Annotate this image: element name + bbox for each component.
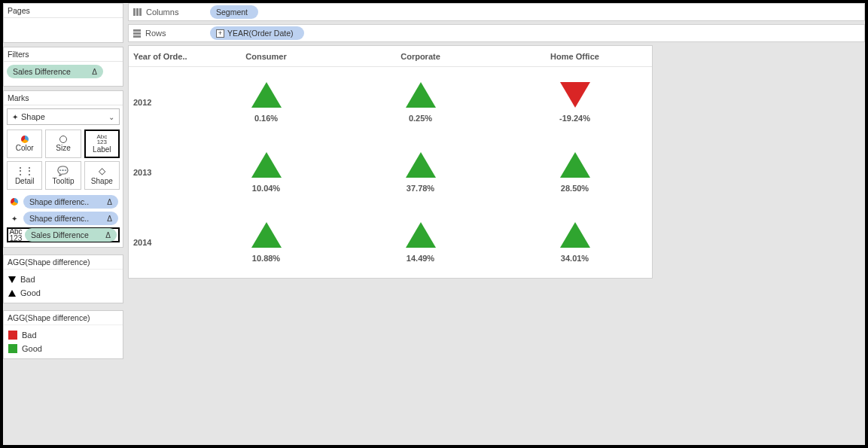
- value-label: 10.88%: [252, 254, 280, 263]
- app-frame: Pages Filters Sales Difference Δ Marks ✦…: [0, 0, 868, 448]
- delta-icon: Δ: [105, 231, 111, 239]
- green-swatch-icon: [8, 344, 17, 353]
- rows-shelf-label: Rows: [145, 29, 166, 38]
- legend-good-label: Good: [20, 288, 41, 297]
- filters-dropzone[interactable]: Sales Difference Δ: [4, 62, 123, 86]
- marks-label-button[interactable]: Abc123 Label: [84, 130, 120, 158]
- delta-icon: Δ: [107, 198, 112, 206]
- shape-icon: ✦: [8, 215, 20, 223]
- marks-size-label: Size: [56, 144, 70, 152]
- ma-label: Sales Difference: [31, 230, 89, 239]
- color-icon: [8, 198, 20, 206]
- cell-2014-corporate[interactable]: 14.49%: [343, 222, 498, 263]
- triangle-up-icon: [560, 222, 590, 248]
- label-icon: Abc123: [10, 228, 22, 242]
- cell-2013-corporate[interactable]: 37.78%: [343, 152, 498, 193]
- row-label-2014: 2014: [129, 238, 189, 247]
- mark-type-dropdown[interactable]: ✦ Shape ⌄: [7, 108, 120, 125]
- legend-bad-label: Bad: [20, 275, 35, 284]
- value-label: 28.50%: [561, 184, 589, 193]
- marks-detail-button[interactable]: ⋮⋮ Detail: [7, 161, 42, 190]
- pages-panel: Pages: [3, 3, 123, 43]
- cell-2014-consumer[interactable]: 10.88%: [189, 222, 343, 263]
- viz-row-2013: 2013 10.04% 37.78% 28.50%: [129, 137, 652, 207]
- mark-assignments: Shape differenc.. Δ ✦ Shape differenc.. …: [7, 194, 120, 242]
- detail-icon: ⋮⋮: [16, 166, 34, 176]
- col-header-corporate: Corporate: [343, 52, 498, 61]
- rows-icon: [133, 29, 141, 38]
- filters-title: Filters: [4, 47, 123, 62]
- pages-dropzone[interactable]: [4, 18, 123, 42]
- shape-legend-good[interactable]: Good: [8, 286, 118, 300]
- value-label: 10.04%: [252, 184, 280, 193]
- rows-shelf[interactable]: Rows + YEAR(Order Date): [128, 24, 865, 42]
- shape-legend-bad[interactable]: Bad: [8, 273, 118, 286]
- marks-tooltip-button[interactable]: 💬 Tooltip: [45, 161, 81, 190]
- value-label: -19.24%: [559, 114, 590, 123]
- viz-row-2012: 2012 0.16% 0.25% -19.24%: [129, 67, 652, 137]
- columns-icon: [133, 8, 142, 16]
- mark-assignment-shape[interactable]: ✦ Shape differenc.. Δ: [7, 211, 120, 226]
- left-sidebar: Pages Filters Sales Difference Δ Marks ✦…: [3, 3, 123, 445]
- marks-tooltip-label: Tooltip: [53, 177, 75, 185]
- color-legend-bad[interactable]: Bad: [8, 328, 118, 342]
- rows-pill-label: YEAR(Order Date): [227, 29, 294, 38]
- row-label-2012: 2012: [129, 98, 189, 107]
- mark-assignment-label[interactable]: Abc123 Sales Difference Δ: [7, 227, 120, 242]
- viz-row-2014: 2014 10.88% 14.49% 34.01%: [129, 208, 652, 278]
- marks-grid: Color Size Abc123 Label ⋮⋮ Detail: [7, 130, 120, 190]
- color-legend-title: AGG(Shape difference): [4, 311, 123, 325]
- cell-2012-corporate[interactable]: 0.25%: [343, 82, 498, 123]
- viz-body: 2012 0.16% 0.25% -19.24% 2013: [129, 67, 652, 278]
- marks-shape-button[interactable]: ◇ Shape: [84, 161, 120, 190]
- pages-title: Pages: [4, 4, 123, 18]
- red-swatch-icon: [8, 331, 17, 340]
- value-label: 0.16%: [254, 114, 278, 123]
- ma-label: Shape differenc..: [29, 197, 89, 206]
- columns-pill-label: Segment: [216, 8, 248, 17]
- marks-title: Marks: [4, 91, 123, 105]
- label-icon: Abc123: [96, 134, 107, 145]
- main-area: Columns Segment Rows + YEAR(Order Date) …: [123, 3, 865, 445]
- expand-icon[interactable]: +: [216, 29, 224, 38]
- columns-pill-segment[interactable]: Segment: [210, 5, 258, 19]
- value-label: 34.01%: [561, 254, 589, 263]
- cell-2013-consumer[interactable]: 10.04%: [189, 152, 343, 193]
- cell-2014-home[interactable]: 34.01%: [498, 222, 652, 263]
- marks-label-label: Label: [93, 145, 111, 154]
- ma-label: Shape differenc..: [29, 214, 89, 223]
- triangle-up-icon: [251, 222, 282, 248]
- legend-bad-label: Bad: [22, 331, 37, 340]
- columns-shelf[interactable]: Columns Segment: [128, 3, 865, 21]
- triangle-up-icon: [8, 290, 16, 297]
- visualization: Year of Orde.. Consumer Corporate Home O…: [128, 45, 653, 279]
- marks-size-button[interactable]: Size: [45, 130, 81, 158]
- marks-panel: Marks ✦ Shape ⌄ Color Size: [3, 90, 123, 248]
- color-legend-panel: AGG(Shape difference) Bad Good: [3, 310, 123, 359]
- shape-legend-title: AGG(Shape difference): [4, 255, 123, 270]
- triangle-up-icon: [406, 152, 436, 178]
- cell-2012-home[interactable]: -19.24%: [498, 82, 652, 123]
- col-header-home-office: Home Office: [498, 52, 652, 61]
- marks-detail-label: Detail: [15, 177, 35, 185]
- cell-2012-consumer[interactable]: 0.16%: [189, 82, 343, 123]
- rows-pill-year[interactable]: + YEAR(Order Date): [210, 26, 304, 40]
- filter-pill-label: Sales Difference: [13, 67, 71, 76]
- triangle-up-icon: [251, 82, 282, 108]
- columns-shelf-label: Columns: [146, 8, 178, 17]
- color-icon: [21, 136, 29, 143]
- color-legend-good[interactable]: Good: [8, 342, 118, 355]
- filter-pill-sales-difference[interactable]: Sales Difference Δ: [7, 65, 103, 78]
- cell-2013-home[interactable]: 28.50%: [498, 152, 652, 193]
- shape-small-icon: ◇: [99, 166, 105, 176]
- marks-color-button[interactable]: Color: [7, 130, 42, 158]
- triangle-up-icon: [251, 152, 282, 178]
- triangle-down-icon: [8, 276, 16, 283]
- marks-shape-label: Shape: [91, 177, 113, 185]
- legend-good-label: Good: [22, 344, 42, 353]
- shape-legend-panel: AGG(Shape difference) Bad Good: [3, 254, 123, 303]
- mark-assignment-color[interactable]: Shape differenc.. Δ: [7, 194, 120, 209]
- shape-icon: ✦ Shape: [12, 112, 45, 121]
- triangle-down-icon: [560, 82, 590, 108]
- filters-panel: Filters Sales Difference Δ: [3, 47, 123, 87]
